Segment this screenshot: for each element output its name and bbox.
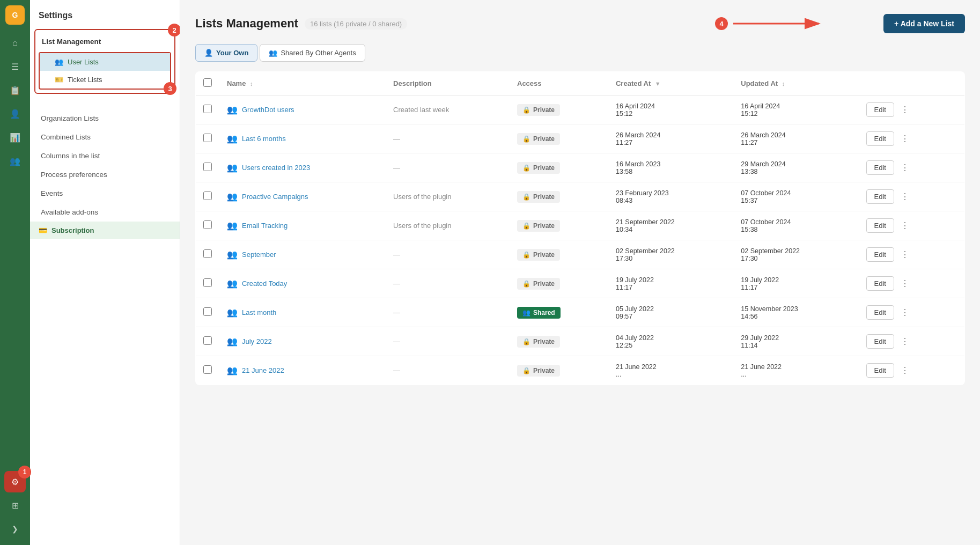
edit-button-6[interactable]: Edit <box>866 276 894 291</box>
sidebar-item-process-prefs[interactable]: Process preferences <box>30 165 180 184</box>
row-checkbox-8[interactable] <box>203 336 212 345</box>
list-name[interactable]: Last month <box>242 308 276 316</box>
sidebar-item-user-lists[interactable]: 👥 User Lists <box>40 53 170 71</box>
more-button-8[interactable]: ⋮ <box>896 334 913 349</box>
tab-your-own-icon: 👤 <box>204 49 213 57</box>
annotation-2: 2 <box>168 24 180 36</box>
more-button-3[interactable]: ⋮ <box>896 189 913 204</box>
row-checkbox-cell <box>196 153 220 182</box>
lock-icon: 🔒 <box>522 367 530 374</box>
edit-button-8[interactable]: Edit <box>866 334 894 349</box>
list-name[interactable]: July 2022 <box>242 337 272 345</box>
more-button-5[interactable]: ⋮ <box>896 247 913 262</box>
list-name[interactable]: Proactive Campaigns <box>242 193 308 201</box>
edit-button-1[interactable]: Edit <box>866 131 894 146</box>
row-checkbox-1[interactable] <box>203 134 212 142</box>
nav-settings-btn[interactable]: ⚙ 1 <box>4 471 26 492</box>
row-checkbox-9[interactable] <box>203 365 212 374</box>
ticket-lists-icon: 🎫 <box>55 76 63 84</box>
row-checkbox-7[interactable] <box>203 307 212 316</box>
add-list-button[interactable]: + Add a New List <box>883 14 965 33</box>
nav-expand-btn[interactable]: ❯ <box>4 518 26 540</box>
more-button-2[interactable]: ⋮ <box>896 160 913 175</box>
page-title: Lists Management <box>195 17 298 31</box>
list-name[interactable]: Last 6 months <box>242 135 286 143</box>
more-button-6[interactable]: ⋮ <box>896 276 913 291</box>
more-button-1[interactable]: ⋮ <box>896 131 913 146</box>
edit-button-7[interactable]: Edit <box>866 305 894 320</box>
tab-shared-icon: 👥 <box>269 49 277 57</box>
row-description-cell: — <box>386 124 510 153</box>
nav-menu-btn[interactable]: ☰ <box>4 56 26 77</box>
more-button-4[interactable]: ⋮ <box>896 218 913 233</box>
created-sort-icon: ▼ <box>655 80 661 87</box>
sidebar-item-addons[interactable]: Available add-ons <box>30 203 180 222</box>
nav-grid-btn[interactable]: ⊞ <box>4 495 26 516</box>
row-checkbox-0[interactable] <box>203 105 212 113</box>
table-row: 👥 21 June 2022 — 🔒 Private 21 June 2022 … <box>196 356 965 385</box>
row-created-cell: 21 September 2022 10:34 <box>608 211 733 240</box>
nav-home-btn[interactable]: ⌂ <box>4 32 26 54</box>
row-updated-cell: 02 September 2022 17:30 <box>733 240 858 269</box>
tab-your-own-label: Your Own <box>216 49 248 57</box>
table-row: 👥 Email Tracking Users of the plugin 🔒 P… <box>196 211 965 240</box>
list-name[interactable]: 21 June 2022 <box>242 366 284 374</box>
annotation-4: 4 <box>715 17 728 30</box>
access-badge: 🔒 Private <box>517 365 560 377</box>
nav-chart-btn[interactable]: 📊 <box>4 127 26 148</box>
select-all-checkbox[interactable] <box>203 78 212 87</box>
list-name[interactable]: September <box>242 251 276 259</box>
sidebar-item-events[interactable]: Events <box>30 184 180 203</box>
edit-button-9[interactable]: Edit <box>866 363 894 378</box>
col-updated-at[interactable]: Updated At ↕ <box>733 72 858 95</box>
row-checkbox-cell <box>196 95 220 124</box>
table-row: 👥 Proactive Campaigns Users of the plugi… <box>196 182 965 211</box>
row-checkbox-3[interactable] <box>203 192 212 200</box>
more-button-7[interactable]: ⋮ <box>896 305 913 320</box>
list-name[interactable]: GrowthDot users <box>242 106 294 114</box>
row-description-cell: Users of the plugin <box>386 211 510 240</box>
list-name[interactable]: Email Tracking <box>242 222 288 230</box>
list-name[interactable]: Created Today <box>242 279 287 288</box>
nav-inbox-btn[interactable]: 📋 <box>4 79 26 101</box>
row-checkbox-2[interactable] <box>203 163 212 171</box>
list-name[interactable]: Users created in 2023 <box>242 164 310 172</box>
more-button-9[interactable]: ⋮ <box>896 363 913 378</box>
sidebar-item-columns[interactable]: Columns in the list <box>30 146 180 165</box>
row-checkbox-6[interactable] <box>203 278 212 287</box>
row-updated-cell: 07 October 2024 15:37 <box>733 182 858 211</box>
row-checkbox-4[interactable] <box>203 220 212 229</box>
row-created-cell: 21 June 2022 ... <box>608 356 733 385</box>
table-row: 👥 Created Today — 🔒 Private 19 July 2022… <box>196 269 965 298</box>
sidebar-item-org-lists[interactable]: Organization Lists <box>30 109 180 128</box>
tab-your-own[interactable]: 👤 Your Own <box>195 44 257 62</box>
edit-button-5[interactable]: Edit <box>866 247 894 262</box>
row-name-cell: 👥 Last month <box>219 298 386 327</box>
col-name[interactable]: Name ↕ <box>219 72 386 95</box>
nav-people-btn[interactable]: 👥 <box>4 150 26 172</box>
row-access-cell: 🔒 Private <box>510 182 608 211</box>
more-button-0[interactable]: ⋮ <box>896 102 913 117</box>
sidebar-item-combined-lists[interactable]: Combined Lists <box>30 128 180 146</box>
edit-button-0[interactable]: Edit <box>866 102 894 117</box>
row-action-cell: Edit ⋮ <box>859 240 965 269</box>
tab-shared-by-others[interactable]: 👥 Shared By Other Agents <box>260 44 365 62</box>
row-description-cell: — <box>386 327 510 356</box>
edit-button-3[interactable]: Edit <box>866 189 894 204</box>
lock-icon: 🔒 <box>522 338 530 345</box>
list-users-icon: 👥 <box>227 163 238 173</box>
row-checkbox-cell <box>196 182 220 211</box>
col-created-at[interactable]: Created At ▼ <box>608 72 733 95</box>
sidebar-list-management[interactable]: List Management <box>35 32 174 51</box>
access-badge: 🔒 Private <box>517 133 560 145</box>
row-description-cell: — <box>386 269 510 298</box>
edit-button-2[interactable]: Edit <box>866 160 894 175</box>
list-users-icon: 👥 <box>227 365 238 375</box>
nav-contacts-btn[interactable]: 👤 <box>4 103 26 124</box>
row-checkbox-5[interactable] <box>203 249 212 258</box>
edit-button-4[interactable]: Edit <box>866 218 894 233</box>
sidebar-item-ticket-lists[interactable]: 🎫 Ticket Lists <box>40 71 170 89</box>
sidebar-item-subscription[interactable]: 💳 Subscription <box>30 222 180 239</box>
row-access-cell: 🔒 Private <box>510 240 608 269</box>
row-checkbox-cell <box>196 298 220 327</box>
